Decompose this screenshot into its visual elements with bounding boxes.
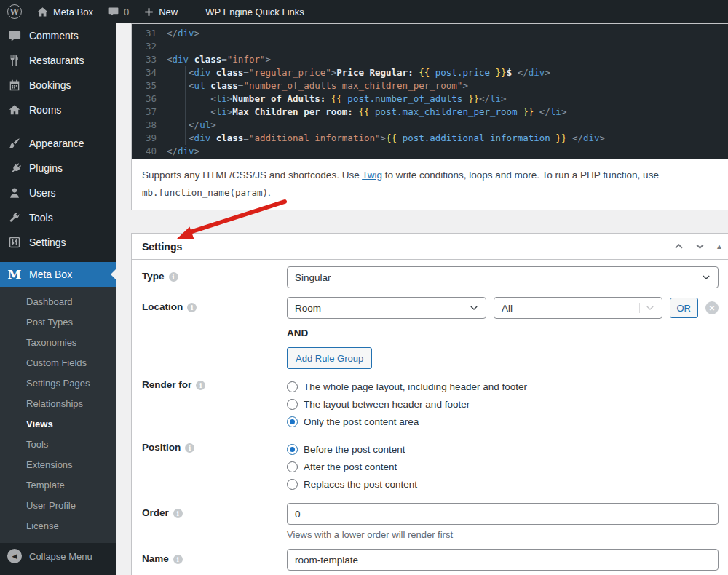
sidebar-item-label: Restaurants	[29, 55, 84, 66]
position-row: Position i Before the post contentAfter …	[132, 440, 728, 493]
remove-rule-icon[interactable]: ✕	[705, 301, 719, 314]
line-number: 33	[132, 53, 167, 66]
radio-option[interactable]: Before the post content	[287, 440, 719, 458]
sidebar-item-tools[interactable]: Tools	[0, 205, 116, 230]
radio-unselected-icon[interactable]	[287, 461, 298, 472]
calendar-icon	[7, 78, 22, 92]
code-text: <li>Max Children per room: {{ post.max_c…	[167, 106, 566, 119]
twig-link[interactable]: Twig	[362, 170, 382, 181]
wrench-icon	[7, 210, 22, 225]
radio-option-label: The whole page layout, including header …	[304, 381, 527, 392]
appearance-brush-icon	[7, 136, 22, 151]
sidebar-item-label: Appearance	[29, 138, 84, 149]
sidebar-item-rooms[interactable]: Rooms	[0, 98, 116, 122]
sidebar-item-label: Settings	[29, 237, 66, 248]
collapse-menu-button[interactable]: ◀ Collapse Menu	[0, 543, 116, 569]
radio-option[interactable]: Replaces the post content	[287, 475, 719, 493]
restaurant-icon	[7, 53, 22, 68]
radio-option[interactable]: The layout between header and footer	[287, 395, 719, 413]
submenu-item-extensions[interactable]: Extensions	[0, 455, 116, 475]
submenu-item-tools[interactable]: Tools	[0, 435, 116, 455]
type-select[interactable]: Singular	[287, 266, 719, 288]
chevron-down-icon	[639, 303, 655, 313]
sliders-icon	[7, 235, 22, 250]
collapse-arrow-icon: ◀	[7, 549, 22, 563]
code-editor[interactable]: 31</div>3233<div class="infor">34<div cl…	[132, 24, 728, 159]
info-icon[interactable]: i	[169, 272, 178, 282]
inline-code: mb.function_name(param)	[142, 187, 268, 198]
add-rule-group-button[interactable]: Add Rule Group	[287, 347, 372, 369]
location-type-select[interactable]: Room	[287, 297, 486, 319]
code-text: <div class="regular_price">Price Regular…	[167, 66, 550, 79]
code-line: 34<div class="regular_price">Price Regul…	[132, 66, 728, 79]
radio-option[interactable]: Only the post content area	[287, 413, 719, 430]
submenu-item-custom-fields[interactable]: Custom Fields	[0, 353, 116, 373]
location-label: Location i	[142, 297, 287, 369]
order-label: Order i	[142, 503, 287, 540]
code-text: <li>Number of Adults: {{ post.number_of_…	[167, 92, 507, 106]
radio-option-label: Before the post content	[304, 444, 405, 455]
radio-unselected-icon[interactable]	[287, 381, 298, 392]
wp-engine-quick-links[interactable]: WP Engine Quick Links	[198, 0, 312, 23]
code-line: 40</div>	[132, 145, 728, 158]
plus-icon	[143, 7, 154, 17]
submenu-item-post-types[interactable]: Post Types	[0, 312, 116, 333]
editor-help-text: Supports any HTML/CSS/JS and shortcodes.…	[132, 159, 728, 210]
sidebar-item-bookings[interactable]: Bookings	[0, 73, 116, 98]
user-icon	[7, 186, 22, 200]
collapse-toggle-icon[interactable]: ▲	[716, 243, 723, 250]
line-number: 37	[132, 106, 167, 119]
code-text: <div class="additional_information">{{ p…	[167, 132, 605, 145]
sidebar-item-appearance[interactable]: Appearance	[0, 131, 116, 156]
move-down-icon[interactable]	[695, 241, 705, 252]
render-for-row: Render for i The whole page layout, incl…	[132, 378, 728, 430]
name-label: Name i	[142, 549, 287, 575]
line-number: 34	[132, 66, 167, 79]
line-number: 36	[132, 92, 167, 106]
settings-header[interactable]: Settings ▲	[132, 234, 728, 260]
line-number: 39	[132, 132, 167, 145]
sidebar-item-plugins[interactable]: Plugins	[0, 156, 116, 181]
order-input[interactable]	[287, 503, 719, 525]
radio-selected-icon[interactable]	[287, 444, 298, 455]
submenu-item-settings-pages[interactable]: Settings Pages	[0, 373, 116, 394]
comments-shortcut[interactable]: 0	[100, 0, 136, 23]
submenu-item-taxonomies[interactable]: Taxonomies	[0, 333, 116, 353]
code-text: <ul class="number_of_adults max_children…	[167, 79, 468, 92]
info-icon[interactable]: i	[173, 555, 183, 564]
radio-unselected-icon[interactable]	[287, 399, 298, 410]
site-link[interactable]: Meta Box	[29, 0, 100, 23]
chevron-down-icon	[469, 303, 479, 313]
home-icon	[7, 103, 22, 117]
sidebar-item-users[interactable]: Users	[0, 181, 116, 205]
admin-sidebar: CommentsRestaurantsBookingsRooms Appeara…	[0, 23, 116, 575]
info-icon[interactable]: i	[185, 443, 194, 453]
position-label: Position i	[142, 440, 287, 493]
location-value-select[interactable]: All	[494, 297, 662, 319]
sidebar-item-restaurants[interactable]: Restaurants	[0, 48, 116, 73]
submenu-item-user-profile[interactable]: User Profile	[0, 496, 116, 516]
sidebar-item-comments[interactable]: Comments	[0, 23, 116, 48]
sidebar-item-meta-box[interactable]: M Meta Box	[0, 262, 116, 287]
new-content-menu[interactable]: New	[136, 0, 185, 23]
radio-selected-icon[interactable]	[287, 416, 298, 427]
name-input[interactable]	[287, 549, 719, 571]
info-icon[interactable]: i	[196, 381, 205, 390]
comment-bubble-icon	[108, 6, 119, 17]
radio-unselected-icon[interactable]	[287, 479, 298, 490]
radio-option[interactable]: The whole page layout, including header …	[287, 378, 719, 395]
submenu-item-relationships[interactable]: Relationships	[0, 394, 116, 414]
info-icon[interactable]: i	[173, 509, 183, 518]
submenu-item-views[interactable]: Views	[0, 414, 116, 435]
metabox-submenu: DashboardPost TypesTaxonomiesCustom Fiel…	[0, 287, 116, 543]
submenu-item-template[interactable]: Template	[0, 475, 116, 496]
info-icon[interactable]: i	[187, 303, 197, 312]
radio-option[interactable]: After the post content	[287, 458, 719, 475]
submenu-item-dashboard[interactable]: Dashboard	[0, 292, 116, 312]
wordpress-menu[interactable]: W	[0, 0, 29, 23]
home-icon	[36, 6, 49, 18]
or-button[interactable]: OR	[670, 298, 699, 318]
sidebar-item-settings[interactable]: Settings	[0, 230, 116, 255]
submenu-item-license[interactable]: License	[0, 516, 116, 536]
move-up-icon[interactable]	[673, 241, 684, 252]
